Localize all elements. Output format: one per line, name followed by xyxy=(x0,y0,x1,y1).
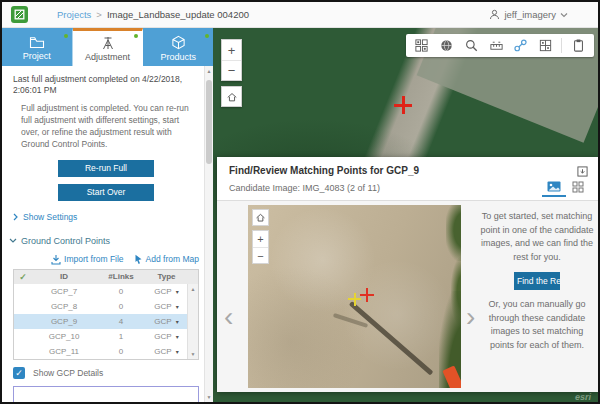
table-scrollbar[interactable]: ▲ ▼ xyxy=(187,284,198,359)
top-bar: Projects > Image_Landbase_update 004200 … xyxy=(2,2,598,28)
tab-project[interactable]: Project xyxy=(2,28,73,66)
image-collection-icon[interactable] xyxy=(413,37,431,55)
gcp-id: GCP_11 xyxy=(32,347,96,356)
chevron-down-icon xyxy=(9,238,17,243)
adjustment-description: Full adjustment is completed. You can re… xyxy=(21,103,199,151)
intro-text: To get started, set matching point in on… xyxy=(479,210,595,264)
viewer-zoom-control: + − xyxy=(252,230,269,264)
vegetation-patch xyxy=(446,205,461,261)
show-settings-toggle[interactable]: Show Settings xyxy=(13,212,199,222)
chevron-right-icon xyxy=(13,213,18,221)
viewer-zoom-out-button[interactable]: − xyxy=(253,247,268,263)
breadcrumb-separator: > xyxy=(96,9,102,20)
start-over-button[interactable]: Start Over xyxy=(58,184,154,201)
tab-products[interactable]: Products xyxy=(143,28,213,66)
map-cursor-icon xyxy=(134,254,143,265)
gcp-section-title: Ground Control Points xyxy=(21,236,110,246)
gcp-section-toggle[interactable]: Ground Control Points xyxy=(9,236,199,246)
gcp-table: ✓ ID #Links Type GCP_70 GCP▾ GCP_80 xyxy=(13,269,199,360)
tab-adjustment[interactable]: Adjustment xyxy=(73,28,144,66)
basemap-globe-icon[interactable] xyxy=(438,37,456,55)
zoom-out-button[interactable]: − xyxy=(222,60,241,80)
scroll-down-icon[interactable]: ▼ xyxy=(205,392,213,402)
col-header-links[interactable]: #Links xyxy=(96,272,146,281)
find-the-rest-button[interactable]: Find the Rest xyxy=(514,272,560,290)
gcp-photo-placeholder: Photo not available xyxy=(13,386,199,402)
col-header-id[interactable]: ID xyxy=(32,272,96,281)
person-icon xyxy=(489,9,500,20)
check-icon: ✓ xyxy=(14,272,32,282)
home-extent-button[interactable] xyxy=(221,86,242,107)
clipboard-icon[interactable] xyxy=(569,37,587,55)
status-dot xyxy=(205,34,209,38)
gcp-links: 0 xyxy=(96,287,146,296)
theodolite-icon xyxy=(100,36,116,50)
table-row-gcp-9-selected[interactable]: GCP_94 GCP▾ xyxy=(14,314,198,329)
map-toolbar xyxy=(406,34,594,57)
dropdown-arrow-icon: ▾ xyxy=(176,348,179,355)
gcp-marker-red-cross[interactable] xyxy=(402,96,405,114)
cube-icon xyxy=(171,35,186,50)
dropdown-arrow-icon: ▾ xyxy=(176,318,179,325)
breadcrumb: Projects > Image_Landbase_update 004200 xyxy=(57,9,249,20)
grid-view-toggle[interactable] xyxy=(566,178,590,197)
grid-icon xyxy=(572,181,584,193)
view-mode-toggles xyxy=(542,178,590,197)
scroll-down-icon[interactable]: ▼ xyxy=(191,351,196,357)
status-dot xyxy=(64,34,68,38)
candidate-image-viewer[interactable]: + − xyxy=(248,205,461,388)
gcp-links: 1 xyxy=(96,332,146,341)
add-from-map-link[interactable]: Add from Map xyxy=(134,254,199,265)
zoom-in-button[interactable]: + xyxy=(222,40,241,60)
adjustment-panel: Project Adjustment Products Last full ad… xyxy=(2,28,213,402)
gcp-links-icon[interactable] xyxy=(512,37,530,55)
search-icon[interactable] xyxy=(462,37,480,55)
gcp-id: GCP_7 xyxy=(32,287,96,296)
viewer-zoom-in-button[interactable]: + xyxy=(253,231,268,247)
table-row-gcp-10[interactable]: GCP_101 GCP▾ xyxy=(14,329,198,344)
import-icon xyxy=(51,254,61,265)
next-image-chevron[interactable]: › xyxy=(466,303,475,331)
chevron-down-icon xyxy=(560,12,568,18)
dropdown-arrow-icon: ▾ xyxy=(176,288,179,295)
panel-scrollbar[interactable]: ▲ ▼ xyxy=(204,66,213,402)
type-dropdown[interactable]: GCP▾ xyxy=(146,317,187,326)
last-adjustment-status: Last full adjustment completed on 4/22/2… xyxy=(13,74,199,96)
table-row-gcp-11[interactable]: GCP_110 GCP▾ xyxy=(14,344,198,359)
tab-bar: Project Adjustment Products xyxy=(2,28,213,66)
show-gcp-details-checkbox[interactable]: ✓ xyxy=(13,367,25,379)
type-dropdown[interactable]: GCP▾ xyxy=(146,347,187,356)
breadcrumb-current-project: Image_Landbase_update 004200 xyxy=(107,9,249,20)
tab-label: Adjustment xyxy=(85,52,130,62)
import-from-file-label: Import from File xyxy=(64,254,124,264)
type-dropdown[interactable]: GCP▾ xyxy=(146,302,187,311)
table-row-gcp-8[interactable]: GCP_80 GCP▾ xyxy=(14,299,198,314)
pole-shadow xyxy=(349,301,434,376)
type-dropdown[interactable]: GCP▾ xyxy=(146,332,187,341)
previous-image-chevron[interactable]: ‹ xyxy=(224,303,233,331)
app-logo-icon[interactable] xyxy=(11,6,28,23)
scroll-up-icon[interactable]: ▲ xyxy=(205,66,213,76)
rerun-full-button[interactable]: Re-run Full xyxy=(58,160,154,177)
show-gcp-details-label: Show GCP Details xyxy=(33,368,103,378)
import-from-file-link[interactable]: Import from File xyxy=(51,254,124,265)
scrollbar-thumb[interactable] xyxy=(206,80,212,164)
gcp-table-header: ✓ ID #Links Type xyxy=(14,270,198,284)
col-header-type[interactable]: Type xyxy=(146,272,187,281)
measure-icon[interactable] xyxy=(487,37,505,55)
tab-label: Products xyxy=(160,52,196,62)
app-window: Projects > Image_Landbase_update 004200 … xyxy=(0,0,600,404)
adjustment-panel-body: Last full adjustment completed on 4/22/2… xyxy=(2,66,204,402)
table-row-gcp-7[interactable]: GCP_70 GCP▾ xyxy=(14,284,198,299)
type-dropdown[interactable]: GCP▾ xyxy=(146,287,187,296)
breadcrumb-projects-link[interactable]: Projects xyxy=(57,9,91,20)
map-zoom-control: + − xyxy=(221,39,242,81)
single-image-view-toggle[interactable] xyxy=(542,178,566,197)
user-menu[interactable]: jeff_imagery xyxy=(489,9,568,20)
status-dot xyxy=(134,34,138,38)
viewer-home-button[interactable] xyxy=(252,209,269,226)
image-selection-icon[interactable] xyxy=(537,37,555,55)
map-view[interactable]: esri xyxy=(213,28,598,402)
home-icon xyxy=(255,212,266,223)
scroll-up-icon[interactable]: ▲ xyxy=(191,286,196,292)
